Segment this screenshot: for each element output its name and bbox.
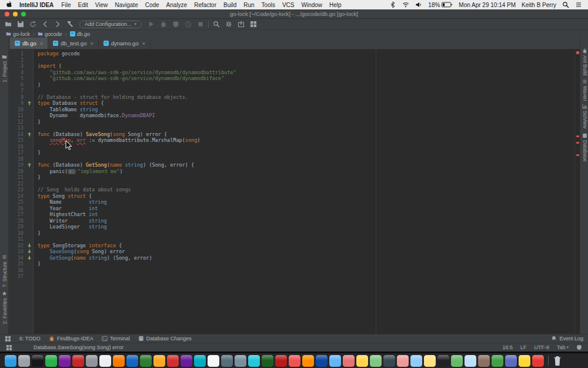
gutter-line[interactable]: 10 [9,107,33,113]
menu-build[interactable]: Build [223,2,236,8]
menu-tools[interactable]: Tools [262,2,275,8]
code-line[interactable]: ) [34,82,580,88]
right-stripe-sciview[interactable]: SciView [581,104,588,128]
toolbar-search-icon[interactable] [213,21,220,28]
dock-icon[interactable] [532,355,544,367]
left-stripe-1-project[interactable]: 1: Project [1,54,8,82]
code-line[interactable] [34,156,580,163]
gutter-line[interactable]: 17 [9,150,33,156]
dock-icon[interactable] [221,355,233,367]
gutter-line[interactable]: 33 [9,248,33,255]
code-line[interactable]: package gocode [34,51,580,57]
code-line[interactable] [34,267,580,274]
gutter-line[interactable]: 4 [9,69,33,76]
line-separator-indicator[interactable]: LF [520,344,527,350]
implemented-icon[interactable] [25,255,33,260]
menubar-clock[interactable]: Mon Apr 29 10:14 PM [459,2,516,8]
dock-icon[interactable] [113,355,125,367]
gutter-line[interactable]: 30 [9,230,33,237]
dock-icon[interactable] [302,355,314,367]
gutter-line[interactable]: 25 [9,199,33,205]
code-line[interactable]: import ( [34,63,580,69]
toolbar-folder-icon[interactable] [5,21,12,28]
dock-icon[interactable] [316,355,328,367]
dock-icon[interactable] [519,355,530,367]
gutter-line[interactable]: 21 [9,174,33,181]
code-line[interactable]: // Song holds data about songs [34,187,580,193]
battery-indicator[interactable]: 18% [428,2,453,8]
dock-icon[interactable] [356,355,368,367]
code-line[interactable] [34,125,580,131]
dock-icon[interactable] [505,355,517,367]
implements-icon[interactable] [25,101,33,106]
code-line[interactable] [34,236,580,243]
tool-window-button-6-todo[interactable]: 6: TODO [19,336,41,342]
implements-icon[interactable] [25,163,33,168]
gutter-line[interactable]: 6 [9,82,33,88]
toolbar-fwd-icon[interactable] [54,21,61,28]
code-line[interactable]: func (Database) GetSong(name string) (So… [34,162,580,168]
dock-icon[interactable] [275,355,287,367]
menu-code[interactable]: Code [145,2,159,8]
error-stripe[interactable] [574,49,580,334]
zoom-window-button[interactable] [21,12,26,16]
code-line[interactable]: Name string [34,199,580,205]
volume-icon[interactable] [415,1,422,8]
tool-window-button-terminal[interactable]: Terminal [102,336,130,342]
dock-icon[interactable] [32,355,44,367]
dock-icon[interactable] [383,355,395,367]
gutter-line[interactable]: 31 [9,236,33,243]
notification-center-icon[interactable] [575,1,582,8]
close-icon[interactable]: × [142,41,145,47]
close-icon[interactable]: × [40,41,43,47]
code-line[interactable]: songMap, err := dynamodbattribute.Marsha… [34,137,580,144]
encoding-indicator[interactable]: UTF-8 [534,344,549,350]
gutter-line[interactable]: 20 [9,168,33,175]
dock-icon[interactable] [5,355,16,367]
tab-dynamo-go[interactable]: dynamo.go× [99,38,151,49]
menubar-user[interactable]: Keith B Perry [522,2,556,8]
code-line[interactable]: Dynamo dynamodbiface.DynamoDBAPI [34,112,580,119]
dock-icon[interactable] [410,355,422,367]
toolbar-hammer-icon[interactable] [66,21,74,28]
toolbar-gear-icon[interactable] [225,21,232,28]
toolbar-grid-icon[interactable] [250,21,257,28]
trash-icon[interactable] [553,355,562,366]
right-stripe-database[interactable]: Database [581,133,588,161]
gutter-line[interactable]: 24 [9,193,33,200]
left-stripe-2-favorites[interactable]: 2: Favorites [1,291,8,324]
code-line[interactable]: type Song struct { [34,193,580,200]
menu-view[interactable]: View [95,2,108,8]
code-line[interactable] [34,144,580,150]
code-line[interactable]: type Database struct { [34,100,580,107]
menu-vcs[interactable]: VCS [282,2,295,8]
dock-icon[interactable] [370,355,382,367]
code-line[interactable]: } [34,261,580,267]
grid-icon[interactable] [6,344,12,351]
menu-navigate[interactable]: Navigate [115,2,138,8]
code-line[interactable]: SaveSong(song Song) error [34,248,580,255]
dock-icon[interactable] [18,355,30,367]
code-line[interactable]: HighestChart int [34,211,580,218]
right-stripe-maven[interactable]: Maven [581,79,588,101]
gutter-line[interactable]: 9 [9,100,33,107]
code-line[interactable]: GetSong(name string) (Song, error) [34,255,580,261]
bluetooth-icon[interactable] [389,1,396,8]
right-stripe-ant-build[interactable]: Ant Build [581,48,588,75]
toolbar-save-icon[interactable] [17,21,24,28]
gutter-line[interactable]: 34 [9,255,33,261]
gutter-line[interactable]: 23 [9,187,33,193]
menu-analyze[interactable]: Analyze [166,2,188,8]
dock-icon[interactable] [181,355,192,367]
dock-icon[interactable] [451,355,463,367]
dock-icon[interactable] [153,355,165,367]
tab-db_test-go[interactable]: db_test.go× [48,38,99,49]
error-indicator-icon[interactable] [576,51,579,54]
dock-icon[interactable] [289,355,300,367]
gutter-line[interactable]: 22 [9,181,33,187]
code-line[interactable] [34,57,580,64]
gutter-line[interactable]: 5 [9,75,33,82]
dock-icon[interactable] [424,355,436,367]
dock-icon[interactable] [465,355,476,367]
code-line[interactable] [34,181,580,187]
